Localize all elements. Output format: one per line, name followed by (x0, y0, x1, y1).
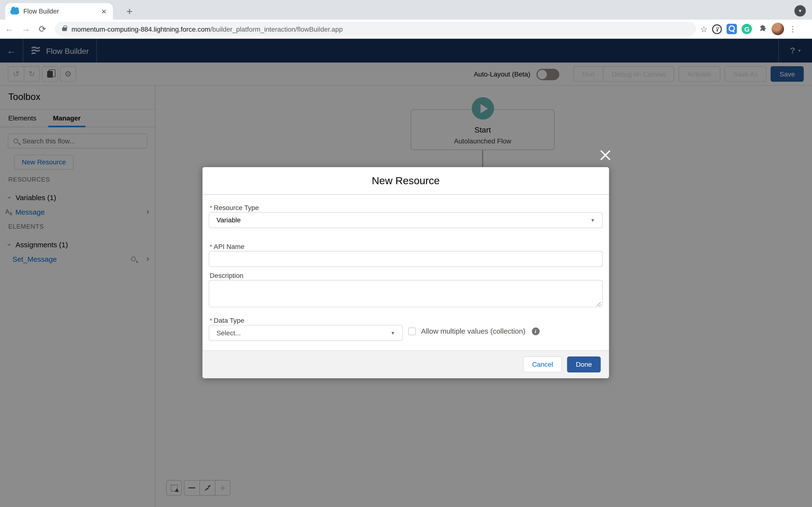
collection-checkbox-row: Allow multiple values (collection) i (408, 327, 540, 335)
extensions-puzzle-icon[interactable] (757, 24, 767, 34)
browser-profile-caret-icon[interactable]: ▼ (794, 5, 806, 16)
browser-profile-avatar[interactable] (772, 23, 784, 35)
collection-label: Allow multiple values (collection) (421, 327, 525, 335)
address-bar[interactable]: momentum-computing-884.lightning.force.c… (55, 22, 696, 36)
info-icon[interactable]: i (532, 327, 540, 335)
dropdown-arrow-icon: ▼ (591, 218, 595, 223)
required-asterisk: * (210, 243, 212, 250)
dropdown-arrow-icon: ▼ (391, 330, 395, 335)
browser-tab-strip: Flow Builder ✕ + ▼ (0, 0, 812, 19)
data-type-placeholder: Select... (216, 329, 241, 337)
url-domain: momentum-computing-884.lightning.force.c… (71, 25, 210, 33)
lookup-extension-icon[interactable] (727, 24, 737, 34)
api-name-input[interactable] (209, 251, 603, 267)
forward-icon[interactable]: → (18, 22, 33, 36)
modal-header: New Resource (203, 167, 609, 195)
resource-type-combobox[interactable]: Variable ▼ (209, 212, 603, 228)
data-type-select[interactable]: Select... ▼ (209, 325, 403, 341)
password-manager-extension-icon[interactable] (712, 24, 722, 34)
description-textarea[interactable] (209, 280, 603, 307)
cancel-button[interactable]: Cancel (523, 356, 562, 372)
modal-title: New Resource (372, 175, 440, 186)
resource-type-value: Variable (216, 216, 241, 224)
new-resource-modal: New Resource *Resource Type Variable ▼ *… (203, 167, 609, 378)
modal-footer: Cancel Done (203, 350, 609, 378)
modal-close-button[interactable] (599, 149, 611, 161)
new-tab-button[interactable]: + (122, 4, 137, 18)
browser-actions: ☆ G ⋮ (700, 23, 802, 35)
screen: Flow Builder ✕ + ▼ ← → ⟳ momentum-comput… (0, 0, 812, 507)
required-asterisk: * (210, 204, 212, 212)
browser-url-row: ← → ⟳ momentum-computing-884.lightning.f… (0, 19, 812, 39)
back-icon[interactable]: ← (2, 22, 17, 36)
resource-type-label: *Resource Type (210, 204, 259, 212)
bookmark-star-icon[interactable]: ☆ (700, 24, 708, 34)
api-name-label: *API Name (210, 243, 244, 250)
lock-icon[interactable] (62, 27, 67, 31)
browser-menu-icon[interactable]: ⋮ (789, 24, 797, 34)
browser-tab[interactable]: Flow Builder ✕ (5, 3, 113, 20)
collection-checkbox[interactable] (408, 327, 416, 335)
url-text[interactable]: momentum-computing-884.lightning.force.c… (71, 25, 343, 33)
required-asterisk: * (210, 317, 212, 325)
url-path: /builder_platform_interaction/flowBuilde… (210, 25, 343, 33)
description-label: Description (210, 272, 243, 279)
reload-icon[interactable]: ⟳ (35, 22, 50, 36)
salesforce-cloud-favicon (10, 8, 19, 14)
grammarly-extension-icon[interactable]: G (742, 24, 752, 34)
done-button[interactable]: Done (567, 356, 601, 372)
data-type-label: *Data Type (210, 317, 244, 324)
tab-close-icon[interactable]: ✕ (100, 7, 108, 15)
close-icon (599, 149, 611, 161)
tab-title: Flow Builder (23, 8, 100, 15)
